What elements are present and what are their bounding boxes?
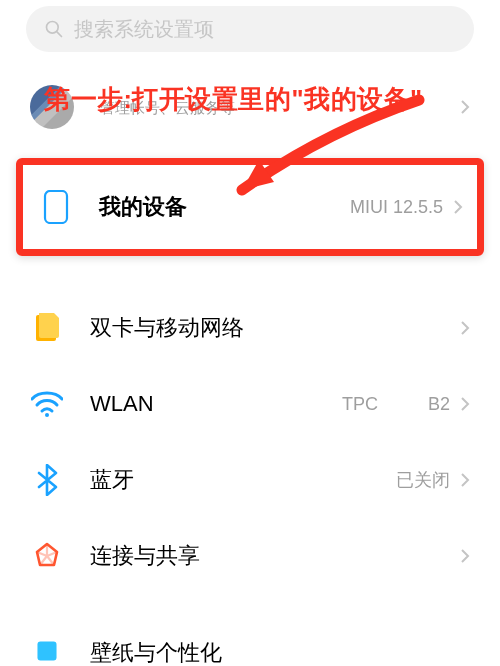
chevron-right-icon [460,472,470,488]
settings-list: 双卡与移动网络 WLAN TPC B2 蓝牙 已关闭 连接与共享 壁纸与个性化 [0,290,500,666]
wallpaper-label: 壁纸与个性化 [90,638,470,666]
chevron-right-icon [460,320,470,336]
account-row[interactable]: 管理帐号、云服务等 [0,66,500,148]
wallpaper-row[interactable]: 壁纸与个性化 [0,622,500,666]
chevron-right-icon [460,548,470,564]
phone-icon [39,190,73,224]
bluetooth-label: 蓝牙 [90,465,396,495]
svg-rect-2 [45,191,67,223]
search-placeholder: 搜索系统设置项 [74,16,214,43]
device-highlight-box: 我的设备 MIUI 12.5.5 [16,158,484,256]
chevron-right-icon [460,99,470,115]
svg-point-3 [45,413,49,417]
chevron-right-icon [453,199,463,215]
bluetooth-row[interactable]: 蓝牙 已关闭 [0,442,500,518]
account-subtitle: 管理帐号、云服务等 [100,99,460,118]
wlan-row[interactable]: WLAN TPC B2 [0,366,500,442]
sim-icon [30,311,64,345]
chevron-right-icon [460,396,470,412]
my-device-label: 我的设备 [99,192,350,222]
my-device-value: MIUI 12.5.5 [350,197,443,218]
svg-rect-4 [37,641,56,660]
bluetooth-icon [30,463,64,497]
connection-share-label: 连接与共享 [90,541,460,571]
share-icon [30,539,64,573]
wlan-value: TPC B2 [342,394,450,415]
wallpaper-icon [30,634,64,666]
avatar [30,85,74,129]
wifi-icon [30,387,64,421]
bluetooth-value: 已关闭 [396,468,450,492]
connection-share-row[interactable]: 连接与共享 [0,518,500,594]
my-device-row[interactable]: 我的设备 MIUI 12.5.5 [23,165,477,249]
svg-line-1 [57,32,62,37]
sim-row[interactable]: 双卡与移动网络 [0,290,500,366]
search-icon [44,19,64,39]
sim-label: 双卡与移动网络 [90,313,460,343]
wlan-label: WLAN [90,391,342,417]
search-bar[interactable]: 搜索系统设置项 [26,6,474,52]
